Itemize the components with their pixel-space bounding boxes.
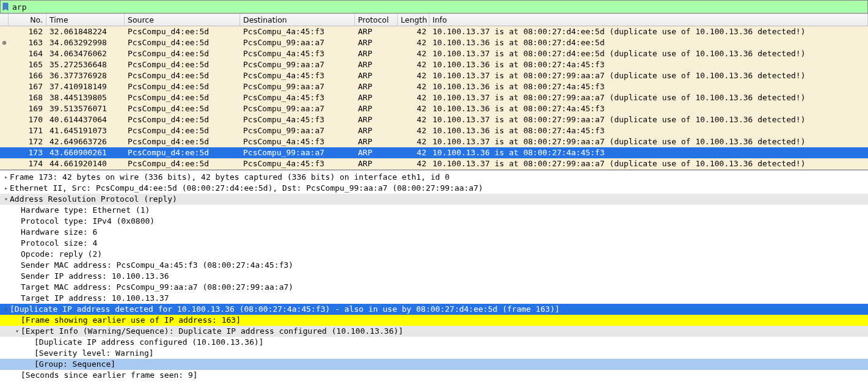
packet-row[interactable]: 17040.614437064PcsCompu_d4:ee:5dPcsCompu… [0, 114, 868, 125]
cell-protocol: ARP [355, 26, 398, 37]
cell-destination: PcsCompu_99:aa:a7 [240, 125, 355, 136]
detail-row[interactable]: Protocol size: 4 [0, 238, 868, 249]
detail-row[interactable]: ▾[Duplicate IP address detected for 10.1… [0, 304, 868, 315]
cell-info: 10.100.13.37 is at 08:00:27:99:aa:a7 (du… [429, 136, 868, 147]
cell-destination: PcsCompu_4a:45:f3 [240, 48, 355, 59]
detail-text: Opcode: reply (2) [21, 249, 864, 260]
cell-no: 174 [9, 158, 46, 169]
cell-destination: PcsCompu_4a:45:f3 [240, 114, 355, 125]
cell-destination: PcsCompu_99:aa:a7 [240, 59, 355, 70]
cell-source: PcsCompu_d4:ee:5d [125, 59, 240, 70]
cell-info: 10.100.13.37 is at 08:00:27:d4:ee:5d (du… [429, 48, 868, 59]
detail-row[interactable]: Hardware size: 6 [0, 227, 868, 238]
detail-row[interactable]: ▾[Expert Info (Warning/Sequence): Duplic… [0, 326, 868, 337]
detail-text: Target MAC address: PcsCompu_99:aa:a7 (0… [21, 282, 864, 293]
column-time[interactable]: Time [46, 14, 125, 26]
related-marker [0, 59, 9, 70]
packet-row[interactable]: 16939.513576071PcsCompu_d4:ee:5dPcsCompu… [0, 103, 868, 114]
tree-expanded-icon[interactable]: ▾ [2, 304, 10, 315]
cell-info: 10.100.13.36 is at 08:00:27:4a:45:f3 [429, 59, 868, 70]
tree-collapsed-icon[interactable]: ▸ [2, 183, 10, 194]
cell-length: 42 [398, 92, 429, 103]
cell-time: 43.660900261 [46, 147, 125, 158]
tree-collapsed-icon[interactable]: ▸ [2, 172, 10, 183]
detail-row[interactable]: [Seconds since earlier frame seen: 9] [0, 370, 868, 381]
cell-protocol: ARP [355, 114, 398, 125]
related-marker [0, 158, 9, 169]
cell-time: 38.445139805 [46, 92, 125, 103]
cell-protocol: ARP [355, 92, 398, 103]
related-marker [0, 81, 9, 92]
bookmark-icon[interactable] [2, 2, 10, 11]
cell-time: 36.377376928 [46, 70, 125, 81]
column-related[interactable] [0, 14, 9, 26]
cell-destination: PcsCompu_99:aa:a7 [240, 147, 355, 158]
tree-expanded-icon[interactable]: ▾ [2, 194, 10, 205]
detail-row[interactable]: ▸Frame 173: 42 bytes on wire (336 bits),… [0, 172, 868, 183]
related-marker: ● [0, 37, 9, 48]
column-length[interactable]: Length [398, 14, 429, 26]
detail-row[interactable]: [Duplicate IP address configured (10.100… [0, 337, 868, 348]
cell-time: 37.410918149 [46, 81, 125, 92]
display-filter-input[interactable] [12, 2, 866, 12]
column-source[interactable]: Source [125, 14, 240, 26]
packet-row[interactable]: 16232.061848224PcsCompu_d4:ee:5dPcsCompu… [0, 26, 868, 37]
detail-text: Sender MAC address: PcsCompu_4a:45:f3 (0… [21, 260, 864, 271]
detail-text: Sender IP address: 10.100.13.36 [21, 271, 864, 282]
packet-row[interactable]: ●16334.063292998PcsCompu_d4:ee:5dPcsComp… [0, 37, 868, 48]
detail-row[interactable]: [Severity level: Warning] [0, 348, 868, 359]
detail-text: [Expert Info (Warning/Sequence): Duplica… [21, 326, 864, 337]
detail-row[interactable]: Opcode: reply (2) [0, 249, 868, 260]
cell-protocol: ARP [355, 103, 398, 114]
cell-destination: PcsCompu_4a:45:f3 [240, 158, 355, 169]
detail-row[interactable]: ▸Ethernet II, Src: PcsCompu_d4:ee:5d (08… [0, 183, 868, 194]
tree-expanded-icon[interactable]: ▾ [13, 326, 21, 337]
cell-info: 10.100.13.37 is at 08:00:27:d4:ee:5d (du… [429, 26, 868, 37]
detail-row[interactable]: [Group: Sequence] [0, 359, 868, 370]
column-info[interactable]: Info [429, 14, 868, 26]
detail-text: Ethernet II, Src: PcsCompu_d4:ee:5d (08:… [10, 183, 864, 194]
packet-row[interactable]: 16434.063476062PcsCompu_d4:ee:5dPcsCompu… [0, 48, 868, 59]
display-filter-bar[interactable] [0, 0, 868, 13]
related-marker [0, 70, 9, 81]
cell-info: 10.100.13.36 is at 08:00:27:4a:45:f3 [429, 125, 868, 136]
cell-time: 44.661920140 [46, 158, 125, 169]
packet-list-pane[interactable]: No. Time Source Destination Protocol Len… [0, 13, 868, 170]
cell-time: 34.063476062 [46, 48, 125, 59]
detail-row[interactable]: Sender IP address: 10.100.13.36 [0, 271, 868, 282]
related-marker [0, 92, 9, 103]
detail-row[interactable]: Sender MAC address: PcsCompu_4a:45:f3 (0… [0, 260, 868, 271]
packet-details-pane[interactable]: ▸Frame 173: 42 bytes on wire (336 bits),… [0, 170, 868, 383]
packet-list-header[interactable]: No. Time Source Destination Protocol Len… [0, 14, 868, 26]
cell-no: 173 [9, 147, 46, 158]
cell-no: 168 [9, 92, 46, 103]
detail-text: Protocol size: 4 [21, 238, 864, 249]
detail-row[interactable]: Target IP address: 10.100.13.37 [0, 293, 868, 304]
detail-text: Hardware type: Ethernet (1) [21, 205, 864, 216]
detail-row[interactable]: Target MAC address: PcsCompu_99:aa:a7 (0… [0, 282, 868, 293]
packet-row[interactable]: 16535.272536648PcsCompu_d4:ee:5dPcsCompu… [0, 59, 868, 70]
cell-length: 42 [398, 59, 429, 70]
cell-info: 10.100.13.37 is at 08:00:27:99:aa:a7 (du… [429, 92, 868, 103]
column-protocol[interactable]: Protocol [355, 14, 398, 26]
related-marker [0, 136, 9, 147]
cell-no: 171 [9, 125, 46, 136]
detail-row[interactable]: Hardware type: Ethernet (1) [0, 205, 868, 216]
packet-row[interactable]: 17444.661920140PcsCompu_d4:ee:5dPcsCompu… [0, 158, 868, 169]
packet-row[interactable]: 16737.410918149PcsCompu_d4:ee:5dPcsCompu… [0, 81, 868, 92]
packet-row[interactable]: 17343.660900261PcsCompu_d4:ee:5dPcsCompu… [0, 147, 868, 158]
detail-text: Protocol type: IPv4 (0x0800) [21, 216, 864, 227]
cell-no: 167 [9, 81, 46, 92]
cell-source: PcsCompu_d4:ee:5d [125, 136, 240, 147]
detail-row[interactable]: Protocol type: IPv4 (0x0800) [0, 216, 868, 227]
packet-list-body[interactable]: 16232.061848224PcsCompu_d4:ee:5dPcsCompu… [0, 26, 868, 169]
packet-row[interactable]: 17242.649663726PcsCompu_d4:ee:5dPcsCompu… [0, 136, 868, 147]
column-no[interactable]: No. [9, 14, 46, 26]
packet-row[interactable]: 17141.645191073PcsCompu_d4:ee:5dPcsCompu… [0, 125, 868, 136]
detail-row[interactable]: [Frame showing earlier use of IP address… [0, 315, 868, 326]
detail-row[interactable]: ▾Address Resolution Protocol (reply) [0, 194, 868, 205]
column-destination[interactable]: Destination [240, 14, 355, 26]
packet-row[interactable]: 16838.445139805PcsCompu_d4:ee:5dPcsCompu… [0, 92, 868, 103]
cell-protocol: ARP [355, 125, 398, 136]
packet-row[interactable]: 16636.377376928PcsCompu_d4:ee:5dPcsCompu… [0, 70, 868, 81]
